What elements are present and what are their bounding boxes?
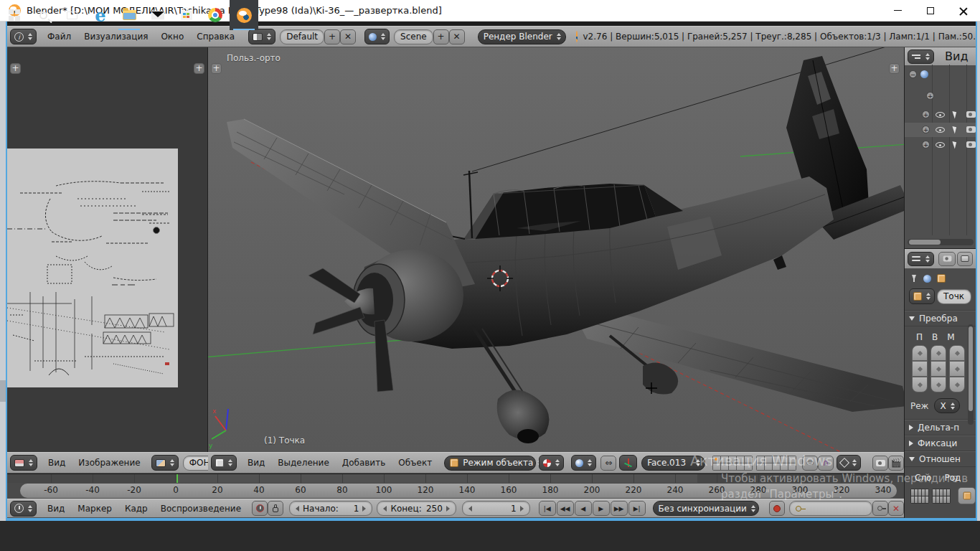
layout-add-button[interactable]: + (324, 29, 340, 44)
layer-cell[interactable] (713, 463, 720, 470)
expand-icon[interactable]: + (926, 92, 934, 100)
renderability-camera-icon[interactable] (966, 111, 976, 118)
object-layer-cell[interactable] (940, 496, 943, 503)
timeline-playhead[interactable] (176, 474, 178, 483)
layer-cell[interactable] (737, 463, 744, 470)
image-datablock-icon-button[interactable] (151, 455, 179, 471)
layer-cell[interactable] (773, 463, 780, 470)
layer-cell[interactable] (713, 456, 720, 463)
transform-orientation-dropdown[interactable]: Face.013 (641, 456, 705, 471)
editor-type-image-button[interactable] (10, 455, 37, 471)
object-layer-block[interactable] (932, 489, 951, 504)
timeline-tracks[interactable] (7, 474, 904, 483)
parent-picker-button[interactable] (958, 487, 976, 504)
maximize-button[interactable] (914, 0, 947, 22)
scene-icon-button[interactable] (364, 29, 390, 44)
timeline-ruler-area[interactable]: -60-40-200204060801001201401601802002202… (7, 483, 904, 499)
layer-cell[interactable] (729, 463, 736, 470)
jump-to-end-button[interactable]: ▶| (628, 501, 646, 516)
object-layer-block[interactable] (910, 489, 929, 504)
record-button[interactable] (769, 501, 785, 516)
viewport-menu-0[interactable]: Вид (241, 458, 271, 468)
layer-cell[interactable] (765, 456, 772, 463)
layer-block-1[interactable] (712, 456, 753, 471)
snap-element-dropdown[interactable] (837, 455, 861, 471)
task-view-button[interactable] (57, 0, 86, 30)
transform-value-slider[interactable] (912, 345, 928, 361)
object-datablock-button[interactable] (909, 288, 935, 304)
taskbar-blender-button[interactable] (230, 0, 258, 30)
outliner-hscrollbar[interactable] (908, 239, 974, 245)
info-menu-3[interactable]: Справка (190, 32, 241, 42)
selectability-cursor-icon[interactable] (952, 140, 958, 149)
viewport-expand-right-button[interactable]: + (889, 63, 900, 74)
orientation-icon-button[interactable] (619, 455, 637, 471)
object-layer-cell[interactable] (936, 496, 939, 503)
layer-cell[interactable] (721, 463, 728, 470)
object-layers-widget[interactable] (910, 489, 951, 504)
panel-lock-header[interactable]: Фиксаци (905, 435, 976, 451)
transform-value-slider[interactable] (912, 361, 928, 377)
scene-field[interactable]: Scene (394, 29, 433, 44)
layer-cell[interactable] (757, 456, 764, 463)
properties-vscrollbar[interactable] (968, 324, 974, 425)
object-layer-cell[interactable] (933, 496, 936, 503)
viewport-3d[interactable]: x y Польз.-орто (1) Точка + + (208, 47, 904, 452)
uv-region-expand-right-button[interactable]: + (194, 63, 204, 74)
layer-cell[interactable] (745, 463, 752, 470)
editor-type-timeline-button[interactable] (10, 501, 37, 517)
lock-frame-button[interactable] (268, 501, 283, 516)
selectability-cursor-icon[interactable] (952, 125, 958, 133)
tab-render-layers[interactable] (957, 252, 973, 266)
transform-value-slider[interactable] (930, 377, 946, 392)
taskbar-search-button[interactable] (29, 0, 57, 30)
transform-value-slider[interactable] (930, 345, 946, 361)
object-layer-cell[interactable] (911, 489, 914, 496)
taskbar-mail-button[interactable] (143, 0, 172, 30)
object-layer-cell[interactable] (925, 496, 928, 503)
editor-type-properties-button[interactable] (908, 252, 934, 266)
object-layer-cell[interactable] (918, 496, 921, 503)
uv-menu-0[interactable]: Вид (42, 458, 72, 468)
object-layer-cell[interactable] (911, 496, 914, 503)
expand-icon[interactable]: + (922, 141, 930, 149)
layer-cell[interactable] (745, 456, 752, 463)
collapse-icon[interactable]: − (909, 70, 917, 78)
opengl-render-anim-button[interactable]: 🎬 (888, 456, 904, 471)
layer-cell[interactable] (729, 456, 736, 463)
outliner-object-row[interactable]: + (905, 138, 976, 152)
screen-layout-icon-button[interactable] (248, 29, 275, 44)
uv-image-editor-canvas[interactable]: + + (7, 47, 208, 452)
panel-transform-header[interactable]: Преобра (905, 311, 976, 326)
timeline-ruler[interactable]: -60-40-200204060801001201401601802002202… (20, 484, 897, 498)
tab-render[interactable] (938, 252, 956, 266)
selectability-cursor-icon[interactable] (952, 110, 958, 118)
object-layer-cell[interactable] (922, 496, 925, 503)
object-layer-cell[interactable] (943, 496, 946, 503)
jump-to-start-button[interactable]: |◀ (539, 501, 556, 516)
layer-cell[interactable] (788, 463, 796, 470)
layer-cell[interactable] (737, 456, 744, 463)
layout-delete-button[interactable]: ✕ (340, 29, 356, 44)
outliner-object-row[interactable]: + (905, 123, 976, 137)
timeline-menu-2[interactable]: Кадр (118, 504, 154, 514)
transform-value-slider[interactable] (930, 361, 946, 377)
expand-icon[interactable]: + (922, 126, 930, 133)
play-button[interactable]: ▶ (593, 501, 610, 516)
object-layer-cell[interactable] (915, 496, 918, 503)
minimize-button[interactable] (881, 0, 914, 22)
layer-cell[interactable] (773, 456, 780, 463)
timeline-menu-1[interactable]: Маркер (71, 504, 118, 514)
object-layer-cell[interactable] (940, 489, 943, 496)
object-layer-cell[interactable] (936, 489, 939, 496)
taskbar-edge-button[interactable]: e (86, 0, 115, 30)
panel-relations-header[interactable]: Отношен (905, 451, 976, 467)
object-name-field[interactable]: Точк (937, 289, 971, 304)
scene-delete-button[interactable]: ✕ (449, 29, 465, 44)
next-keyframe-button[interactable]: ▶▶ (611, 501, 628, 516)
viewport-expand-left-button[interactable]: + (211, 63, 222, 74)
rotation-mode-dropdown[interactable]: X (934, 398, 960, 413)
layer-cell[interactable] (721, 456, 728, 463)
frame-start-field[interactable]: Начало:1 (289, 501, 372, 516)
uv-menu-1[interactable]: Изображение (72, 458, 146, 468)
